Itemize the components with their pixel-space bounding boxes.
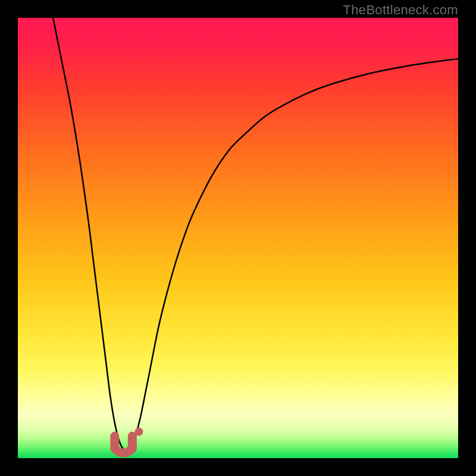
chart-frame: TheBottleneck.com xyxy=(0,0,476,476)
bottleneck-curve xyxy=(53,18,458,450)
attribution-label: TheBottleneck.com xyxy=(343,2,458,18)
plot-area xyxy=(18,18,458,458)
extra-marker-dot xyxy=(135,428,143,436)
chart-svg xyxy=(18,18,458,458)
optimum-u-marker xyxy=(115,436,133,453)
